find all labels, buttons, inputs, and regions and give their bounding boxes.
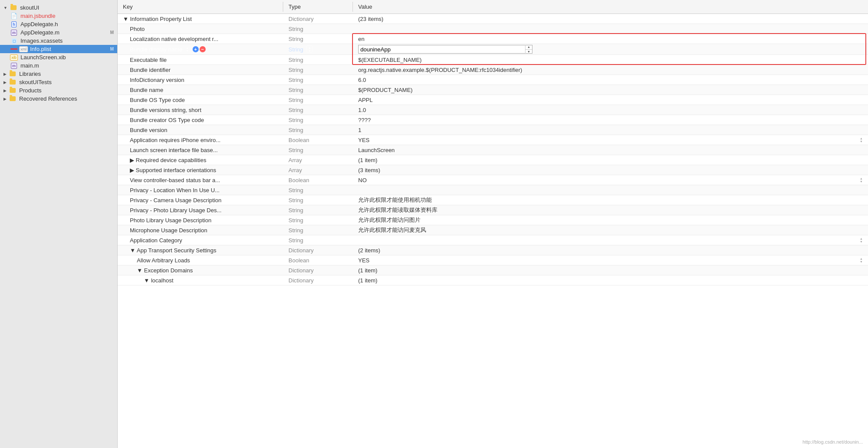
sidebar-item-images-xcassets[interactable]: ◻Images.xcassets: [0, 37, 117, 45]
sidebar-item-launchscreen-xib[interactable]: xibLaunchScreen.xib: [0, 53, 117, 61]
plist-row[interactable]: Bundle nameString$(PRODUCT_NAME): [118, 85, 868, 95]
sidebar-item-skoutuitests[interactable]: ▶skoutUITests: [0, 78, 117, 86]
plist-value-text: NO: [358, 177, 367, 183]
plist-type-cell: Dictionary: [283, 14, 353, 24]
plist-row[interactable]: Application CategoryString▲▼: [118, 235, 868, 245]
plist-value-cell: (1 item): [353, 265, 868, 275]
plist-row[interactable]: Bundle identifierStringorg.reactjs.nativ…: [118, 65, 868, 75]
plist-key-text: Application requires iPhone enviro...: [130, 137, 220, 143]
value-dropdown-icon[interactable]: ▲▼: [860, 137, 863, 143]
plist-row[interactable]: Privacy - Location When In Use U...Strin…: [118, 185, 868, 195]
plist-key-cell: Bundle versions string, short: [118, 105, 283, 115]
plist-row[interactable]: Bundle display name▲▼+−String▲▼▲▼: [118, 44, 868, 55]
plist-value-cell: org.reactjs.native.example.$(PRODUCT_NAM…: [353, 65, 868, 75]
plist-type-cell: String: [283, 205, 353, 215]
plist-key-cell: Photo: [118, 24, 283, 34]
value-input[interactable]: [359, 46, 525, 53]
plist-row[interactable]: Bundle versions string, shortString1.0: [118, 105, 868, 115]
plist-key-cell: ▼ Information Property List: [118, 14, 283, 24]
sidebar-item-libraries[interactable]: ▶Libraries: [0, 70, 117, 78]
plist-key-text: Bundle creator OS Type code: [130, 117, 204, 123]
sidebar-item-main-jsbundle[interactable]: 📄main.jsbundle: [0, 12, 117, 20]
plist-row[interactable]: ▶ Required device capabilitiesArray(1 it…: [118, 155, 868, 165]
plist-row[interactable]: Launch screen interface file base...Stri…: [118, 145, 868, 155]
plist-row[interactable]: Bundle OS Type codeStringAPPL: [118, 95, 868, 105]
plist-type-cell: Dictionary: [283, 265, 353, 275]
plist-key-text: ▼ Exception Domains: [137, 267, 193, 274]
xcassets-icon: ◻: [10, 38, 17, 44]
plist-value-cell: YES▲▼: [353, 255, 868, 265]
add-row-button[interactable]: +: [193, 46, 199, 52]
main-content: Key Type Value ▼ Information Property Li…: [118, 0, 868, 448]
value-dropdown-icon[interactable]: ▲▼: [860, 237, 863, 243]
plist-key-cell: Application requires iPhone enviro...: [118, 135, 283, 145]
chevron-right-icon: ▶: [3, 88, 7, 93]
sidebar-item-label: main.jsbundle: [20, 13, 114, 19]
plist-key-cell: Bundle display name▲▼+−: [118, 44, 283, 54]
plist-value-cell: 1: [353, 125, 868, 135]
plist-row[interactable]: ▶ Supported interface orientationsArray(…: [118, 165, 868, 175]
plist-value-cell[interactable]: ▲▼: [353, 44, 868, 54]
plist-value-cell: 允许此权限才能访问麦克风: [353, 225, 868, 235]
sidebar-item-label: Products: [19, 87, 114, 94]
plist-row[interactable]: ▼ localhostDictionary(1 item): [118, 275, 868, 285]
plist-value-cell: $(PRODUCT_NAME): [353, 85, 868, 95]
sidebar-item-root-group[interactable]: ▼skoutUI: [0, 3, 117, 12]
value-stepper[interactable]: ▲▼: [525, 45, 532, 54]
value-dropdown-icon[interactable]: ▲▼: [860, 177, 863, 183]
plist-value-text: 1.0: [358, 107, 366, 113]
value-dropdown-icon[interactable]: ▲▼: [860, 257, 863, 263]
plus-minus-buttons: +−: [193, 46, 206, 52]
plist-row[interactable]: Executable fileString$(EXECUTABLE_NAME): [118, 55, 868, 65]
plist-row[interactable]: ▼ Information Property ListDictionary(23…: [118, 14, 868, 24]
plist-value-cell: 6.0: [353, 75, 868, 85]
plist-row[interactable]: ▼ App Transport Security SettingsDiction…: [118, 245, 868, 255]
plist-value-cell: [353, 24, 868, 34]
plist-row[interactable]: Localization native development r...Stri…: [118, 34, 868, 44]
folder-closed-icon: [9, 88, 16, 94]
remove-row-button[interactable]: −: [200, 46, 206, 52]
plist-key-text: Bundle name: [130, 87, 163, 93]
plist-type-cell: String: [283, 24, 353, 34]
sidebar-item-appdelegate-h[interactable]: hAppDelegate.h: [0, 20, 117, 28]
plist-row[interactable]: Microphone Usage DescriptionString允许此权限才…: [118, 225, 868, 235]
plist-row[interactable]: Application requires iPhone enviro...Boo…: [118, 135, 868, 145]
plist-key-text: Photo Library Usage Description: [130, 217, 211, 224]
plist-key-cell: Privacy - Photo Library Usage Des...: [118, 205, 283, 215]
m-icon: m: [10, 63, 17, 69]
sidebar-item-main-m[interactable]: mmain.m: [0, 61, 117, 70]
plist-value-text: 允许此权限才能访问图片: [358, 216, 420, 224]
plist-row[interactable]: Bundle creator OS Type codeString????: [118, 115, 868, 125]
sidebar-item-info-plist[interactable]: xmlInfo.plistM: [0, 45, 117, 53]
modified-badge: M: [110, 47, 114, 51]
plist-type-cell: Array: [283, 165, 353, 175]
plist-row[interactable]: Privacy - Photo Library Usage Des...Stri…: [118, 205, 868, 215]
type-stepper-icon[interactable]: ▲▼: [307, 46, 312, 53]
plist-row[interactable]: Photo Library Usage DescriptionString允许此…: [118, 215, 868, 225]
plist-type-cell: String: [283, 55, 353, 64]
plist-type-text: String: [288, 46, 303, 53]
plist-key-text: Bundle display name: [130, 46, 183, 53]
plist-icon: xml: [20, 46, 27, 52]
plist-value-text: $(EXECUTABLE_NAME): [358, 57, 422, 63]
plist-value-text: (1 item): [358, 157, 377, 163]
plist-type-text: String: [288, 36, 303, 42]
sidebar-item-label: AppDelegate.h: [20, 21, 114, 27]
sidebar-item-appdelegate-m[interactable]: mAppDelegate.mM: [0, 28, 117, 37]
plist-row[interactable]: InfoDictionary versionString6.0: [118, 75, 868, 85]
plist-row[interactable]: PhotoString: [118, 24, 868, 34]
sidebar-item-label: skoutUITests: [19, 79, 114, 85]
sidebar: ▼skoutUI📄main.jsbundlehAppDelegate.hmApp…: [0, 0, 118, 448]
plist-value-text: (23 items): [358, 16, 383, 22]
plist-value-text: (3 items): [358, 167, 380, 173]
sidebar-item-recovered-references[interactable]: ▶Recovered References: [0, 95, 117, 103]
plist-row[interactable]: Bundle versionString1: [118, 125, 868, 135]
folder-closed-icon: [9, 71, 16, 77]
plist-row[interactable]: Privacy - Camera Usage DescriptionString…: [118, 195, 868, 205]
plist-row[interactable]: Allow Arbitrary LoadsBooleanYES▲▼: [118, 255, 868, 265]
plist-key-text: ▼ localhost: [144, 277, 173, 284]
plist-type-cell: Boolean: [283, 175, 353, 185]
plist-row[interactable]: ▼ Exception DomainsDictionary(1 item): [118, 265, 868, 275]
plist-row[interactable]: View controller-based status bar a...Boo…: [118, 175, 868, 185]
sidebar-item-products[interactable]: ▶Products: [0, 86, 117, 95]
